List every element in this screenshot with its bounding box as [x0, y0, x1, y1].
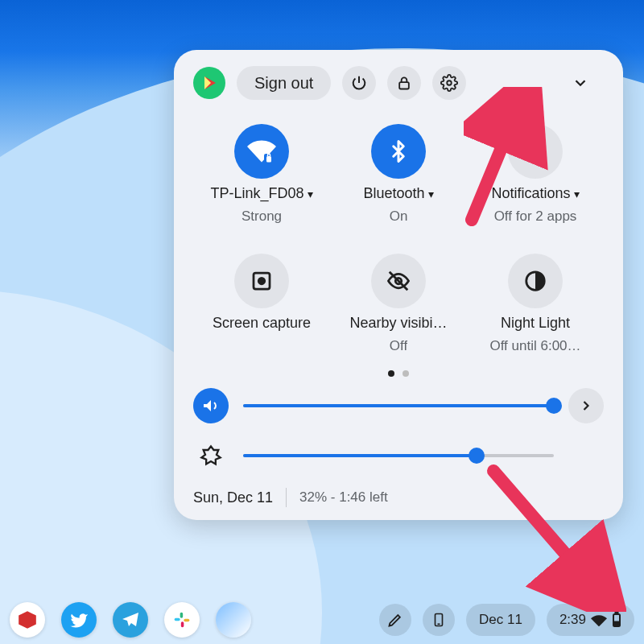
- shelf-app-1[interactable]: [10, 602, 45, 638]
- volume-icon[interactable]: [193, 388, 229, 423]
- shelf-app-twitter[interactable]: [61, 602, 97, 638]
- audio-settings-button[interactable]: [568, 388, 604, 423]
- night-light-icon: [508, 254, 563, 308]
- svg-marker-13: [201, 446, 220, 464]
- sign-out-button[interactable]: Sign out: [237, 66, 331, 100]
- tile-nearby-visibility[interactable]: Nearby visibi… Off: [330, 254, 467, 354]
- quick-settings-panel: Sign out TP-Link_FD08▾ Strong Bluet: [174, 50, 623, 520]
- svg-rect-5: [266, 156, 271, 163]
- tile-nearby-title: Nearby visibi…: [349, 315, 447, 332]
- shelf-app-slack[interactable]: [164, 602, 200, 638]
- tile-notifications-sub: Off for 2 apps: [494, 208, 577, 225]
- page-dot-1: [388, 370, 394, 377]
- svg-rect-22: [181, 621, 184, 627]
- svg-marker-18: [19, 611, 36, 629]
- shelf-time: 2:39: [559, 612, 586, 628]
- volume-slider[interactable]: [243, 404, 554, 407]
- power-button[interactable]: [342, 66, 376, 100]
- tile-screen-capture[interactable]: Screen capture: [193, 254, 330, 354]
- brightness-icon[interactable]: [193, 438, 229, 473]
- shelf-stylus-button[interactable]: [379, 604, 411, 636]
- tile-night-light-title: Night Light: [501, 315, 570, 332]
- battery-status-icon: [612, 612, 621, 628]
- svg-rect-19: [175, 618, 180, 621]
- shelf-date-text: Dec 11: [479, 612, 522, 628]
- page-indicator[interactable]: [193, 370, 604, 377]
- panel-header: Sign out: [193, 66, 604, 100]
- shelf: Dec 11 2:39: [0, 596, 644, 644]
- tile-wifi[interactable]: TP-Link_FD08▾ Strong: [193, 124, 330, 225]
- tile-nearby-sub: Off: [390, 338, 407, 354]
- volume-slider-row: [193, 388, 604, 423]
- tile-night-light-sub: Off until 6:00…: [489, 338, 580, 354]
- panel-footer: Sun, Dec 11 32% - 1:46 left: [193, 488, 604, 507]
- lock-button[interactable]: [387, 66, 421, 100]
- svg-rect-26: [616, 613, 618, 614]
- footer-battery: 32% - 1:46 left: [299, 489, 388, 506]
- svg-rect-20: [184, 619, 189, 622]
- visibility-off-icon: [371, 254, 426, 308]
- shelf-date-chip[interactable]: Dec 11: [466, 604, 535, 636]
- tile-bluetooth[interactable]: Bluetooth▾ On: [330, 124, 467, 225]
- brightness-slider-row: [193, 438, 604, 473]
- shelf-right: Dec 11 2:39: [379, 604, 634, 636]
- svg-point-9: [258, 278, 265, 284]
- user-avatar[interactable]: [193, 67, 225, 99]
- shelf-app-telegram[interactable]: [113, 602, 148, 638]
- tile-bluetooth-title: Bluetooth▾: [363, 185, 433, 202]
- bluetooth-icon: [371, 124, 426, 179]
- wifi-icon: [234, 124, 289, 179]
- brightness-slider[interactable]: [243, 454, 554, 457]
- svg-rect-27: [615, 622, 619, 626]
- footer-date: Sun, Dec 11: [193, 489, 273, 506]
- shelf-phone-hub-button[interactable]: [423, 604, 455, 636]
- tile-notifications[interactable]: Notifications▾ Off for 2 apps: [467, 124, 604, 225]
- svg-point-3: [448, 80, 452, 85]
- quick-settings-grid: TP-Link_FD08▾ Strong Bluetooth▾ On Notif…: [193, 124, 604, 354]
- settings-button[interactable]: [432, 66, 466, 100]
- shelf-apps: [10, 602, 251, 638]
- tile-bluetooth-sub: On: [390, 208, 408, 225]
- tile-notifications-title: Notifications▾: [491, 185, 579, 202]
- dnd-icon: [508, 124, 563, 179]
- svg-rect-2: [400, 82, 410, 89]
- divider: [286, 488, 287, 507]
- svg-rect-21: [180, 613, 184, 618]
- shelf-app-5[interactable]: [216, 602, 251, 638]
- tile-wifi-sub: Strong: [242, 208, 282, 225]
- screen-capture-icon: [234, 254, 289, 308]
- wifi-status-icon: [591, 613, 607, 626]
- collapse-button[interactable]: [572, 74, 604, 92]
- shelf-status-area[interactable]: 2:39: [547, 604, 634, 636]
- tile-wifi-title: TP-Link_FD08▾: [210, 185, 312, 202]
- tile-screen-capture-title: Screen capture: [213, 315, 311, 332]
- tile-night-light[interactable]: Night Light Off until 6:00…: [467, 254, 604, 354]
- page-dot-2: [402, 370, 409, 377]
